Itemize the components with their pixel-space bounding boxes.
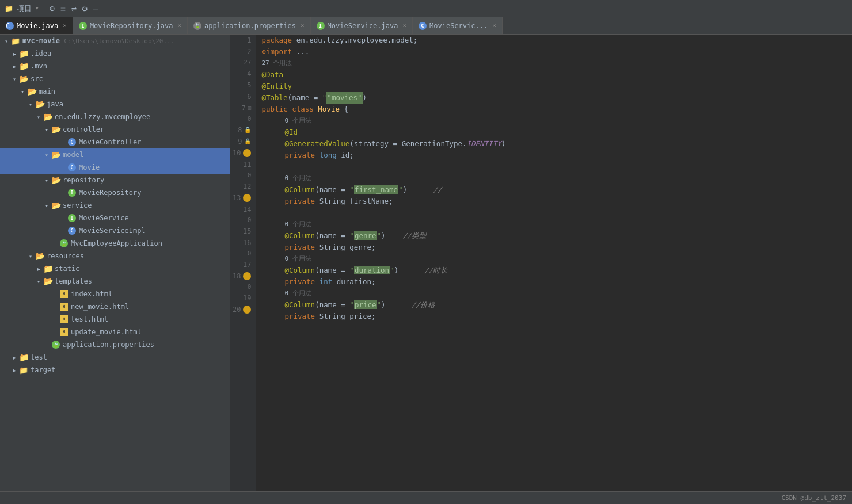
code-line-meta-0-1: 0 个用法 bbox=[261, 115, 846, 127]
tab-close[interactable]: × bbox=[402, 22, 406, 29]
tree-item-static[interactable]: ▶ 📁 static bbox=[0, 262, 230, 275]
tab-movie-java[interactable]: C Movie.java × bbox=[0, 17, 73, 35]
tree-item-controller[interactable]: ▾ 📂 controller bbox=[0, 123, 230, 136]
folder-open-icon: 📂 bbox=[18, 74, 29, 83]
tab-movie-service-impl[interactable]: C MovieServic... × bbox=[413, 17, 503, 35]
expand-arrow: ▾ bbox=[2, 38, 10, 44]
html-icon: H bbox=[59, 315, 69, 324]
expand-arrow: ▾ bbox=[26, 253, 35, 259]
gutter-yellow-icon bbox=[243, 272, 251, 280]
code-line-1: package en.edu.lzzy.mvcployee.model; bbox=[261, 35, 846, 46]
code-lines[interactable]: package en.edu.lzzy.mvcployee.model; ⊕im… bbox=[256, 35, 852, 491]
code-line-19: @Column(name = "price") //价格 bbox=[261, 299, 846, 311]
item-label: index.html bbox=[71, 290, 112, 298]
item-label: application.properties bbox=[63, 341, 154, 349]
folder-icon: 📁 bbox=[18, 365, 29, 375]
code-line-meta-0-2: 0 个用法 bbox=[261, 173, 846, 184]
item-label: java bbox=[47, 100, 63, 108]
tab-icon-i: I bbox=[79, 22, 87, 30]
tab-close[interactable]: × bbox=[177, 22, 181, 29]
tree-item-service[interactable]: ▾ 📂 service bbox=[0, 199, 230, 212]
list-icon[interactable]: ≡ bbox=[60, 3, 66, 14]
tree-item-java[interactable]: ▾ 📂 java bbox=[0, 98, 230, 110]
tree-item-package[interactable]: ▾ 📂 en.edu.lzzy.mvcemployee bbox=[0, 110, 230, 123]
tree-item-index-html[interactable]: H index.html bbox=[0, 288, 230, 300]
code-scroll-area[interactable]: 1 2 27 4 5 6 7 ⊞ 0 8 🔒 9 🔒 10 bbox=[230, 35, 852, 491]
minimize-icon[interactable]: — bbox=[93, 3, 98, 14]
project-folder-icon: 📁 bbox=[5, 5, 13, 13]
expand-arrow: ▾ bbox=[35, 114, 43, 120]
code-line-14 bbox=[261, 207, 846, 219]
tab-movie-repository[interactable]: I MovieRepository.java × bbox=[73, 17, 188, 35]
code-line-18: private int duration; bbox=[261, 276, 846, 288]
code-line-meta-0-3: 0 个用法 bbox=[261, 219, 846, 230]
tree-item-model[interactable]: ▾ 📂 model bbox=[0, 148, 230, 161]
line-numbers: 1 2 27 4 5 6 7 ⊞ 0 8 🔒 9 🔒 10 bbox=[230, 35, 256, 491]
tab-movie-service[interactable]: I MovieService.java × bbox=[311, 17, 413, 35]
item-label: target bbox=[31, 366, 55, 374]
folder-open-icon: 📂 bbox=[43, 277, 53, 286]
code-line-11 bbox=[261, 161, 846, 173]
tab-label: MovieRepository.java bbox=[90, 22, 173, 30]
html-icon: H bbox=[59, 327, 69, 337]
tree-item-test-html[interactable]: H test.html bbox=[0, 313, 230, 326]
folder-open-icon: 📂 bbox=[51, 125, 61, 134]
bottom-bar: CSDN @db_ztt_2037 bbox=[0, 491, 852, 504]
tree-root[interactable]: ▾ 📁 mvc-movie C:\Users\lenovo\Desktop\20… bbox=[0, 35, 230, 47]
tab-app-properties[interactable]: 🍃 application.properties × bbox=[188, 17, 311, 35]
expand-arrow: ▶ bbox=[10, 367, 18, 373]
tree-item-movie-repository[interactable]: I MovieRepository bbox=[0, 186, 230, 199]
java-c-icon: C bbox=[67, 138, 77, 147]
tree-item-update-movie-html[interactable]: H update_movie.html bbox=[0, 326, 230, 338]
tree-item-mvc-app[interactable]: 🍃 MvcEmployeeApplication bbox=[0, 237, 230, 250]
item-label: main bbox=[39, 87, 55, 96]
item-label: test bbox=[31, 353, 47, 361]
tree-item-resources[interactable]: ▾ 📂 resources bbox=[0, 250, 230, 262]
expand-arrow: ▾ bbox=[43, 152, 51, 158]
globe-icon[interactable]: ⊕ bbox=[50, 3, 55, 14]
tree-item-src[interactable]: ▾ 📂 src bbox=[0, 72, 230, 85]
item-label: MovieController bbox=[79, 138, 141, 146]
tree-item-app-props[interactable]: 🍃 application.properties bbox=[0, 338, 230, 351]
item-label: MvcEmployeeApplication bbox=[71, 239, 162, 247]
tree-item-test[interactable]: ▶ 📁 test bbox=[0, 351, 230, 364]
main-layout: ▾ 📁 mvc-movie C:\Users\lenovo\Desktop\20… bbox=[0, 35, 852, 491]
code-editor[interactable]: 1 2 27 4 5 6 7 ⊞ 0 8 🔒 9 🔒 10 bbox=[230, 35, 852, 491]
tab-close[interactable]: × bbox=[63, 22, 67, 29]
expand-arrow: ▶ bbox=[35, 266, 43, 272]
tree-item-movie[interactable]: C Movie bbox=[0, 161, 230, 174]
project-selector[interactable]: 📁 项目 ▾ bbox=[5, 3, 39, 14]
item-label: en.edu.lzzy.mvcemployee bbox=[55, 113, 150, 121]
item-label: new_movie.html bbox=[71, 303, 129, 311]
tree-item-new-movie-html[interactable]: H new_movie.html bbox=[0, 300, 230, 313]
file-tree: ▾ 📁 mvc-movie C:\Users\lenovo\Desktop\20… bbox=[0, 35, 230, 491]
java-app-icon: 🍃 bbox=[59, 239, 69, 248]
folder-icon: 📁 bbox=[18, 62, 29, 71]
folder-icon: 📁 bbox=[18, 49, 29, 58]
tab-close[interactable]: × bbox=[301, 22, 305, 29]
java-i-icon: I bbox=[67, 188, 77, 197]
tree-item-target[interactable]: ▶ 📁 target bbox=[0, 364, 230, 376]
folder-open-icon: 📂 bbox=[51, 201, 61, 210]
tree-item-mvn[interactable]: ▶ 📁 .mvn bbox=[0, 60, 230, 72]
tab-icon-i2: I bbox=[317, 22, 325, 30]
tree-item-movie-controller[interactable]: C MovieController bbox=[0, 136, 230, 148]
settings-icon[interactable]: ⚙ bbox=[82, 3, 88, 14]
watermark: CSDN @db_ztt_2037 bbox=[781, 494, 846, 502]
tree-item-templates[interactable]: ▾ 📂 templates bbox=[0, 275, 230, 288]
expand-arrow: ▾ bbox=[26, 101, 35, 108]
tree-item-movie-service-impl[interactable]: C MovieServiceImpl bbox=[0, 224, 230, 237]
item-label: static bbox=[55, 265, 79, 273]
tab-close[interactable]: × bbox=[492, 22, 496, 29]
tabs-bar: C Movie.java × I MovieRepository.java × … bbox=[0, 17, 852, 35]
item-label: test.html bbox=[71, 315, 108, 323]
line-1: 1 bbox=[233, 35, 251, 46]
tree-item-movie-service[interactable]: I MovieService bbox=[0, 212, 230, 224]
tree-item-idea[interactable]: ▶ 📁 .idea bbox=[0, 47, 230, 60]
tree-item-main[interactable]: ▾ 📂 main bbox=[0, 85, 230, 98]
java-i-icon: I bbox=[67, 213, 77, 223]
transfer-icon[interactable]: ⇌ bbox=[71, 3, 77, 14]
line-8: 8 🔒 bbox=[233, 124, 251, 136]
line-12: 12 bbox=[233, 181, 251, 192]
tree-item-repository[interactable]: ▾ 📂 repository bbox=[0, 174, 230, 186]
